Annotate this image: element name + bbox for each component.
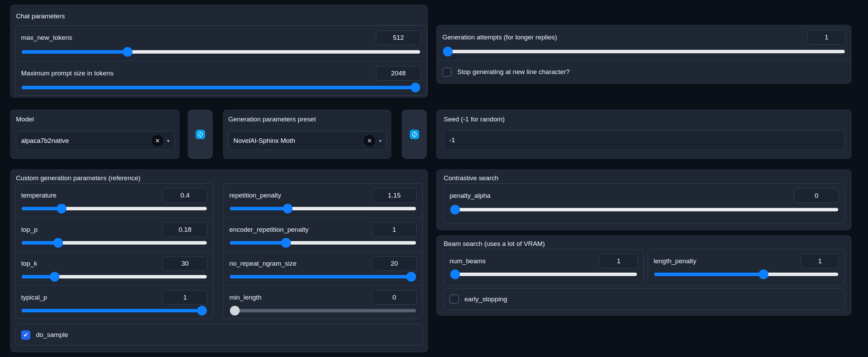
length-penalty-row: length_penalty 1	[648, 249, 844, 285]
model-title: Model	[16, 116, 34, 123]
close-icon: ×	[367, 137, 372, 145]
preset-title: Generation parameters preset	[228, 116, 316, 123]
model-refresh-button[interactable]	[188, 110, 213, 159]
beam-search-title: Beam search (uses a lot of VRAM)	[444, 240, 545, 248]
min-length-label: min_length	[229, 294, 261, 301]
top-p-value-input[interactable]: 0.18	[163, 222, 207, 237]
early-stopping-checkbox[interactable]: ✔	[450, 294, 459, 304]
custom-params-title: Custom generation parameters (reference)	[16, 174, 140, 182]
custom-params-panel: Custom generation parameters (reference)…	[10, 170, 428, 352]
max-prompt-size-slider[interactable]	[22, 86, 420, 89]
num-beams-row: num_beams 1	[444, 249, 643, 285]
early-stopping-group: ✔ early_stopping	[444, 288, 845, 310]
chat-parameters-group: max_new_tokens 512 Maximum prompt size i…	[15, 25, 427, 96]
num-beams-slider[interactable]	[450, 273, 637, 276]
slider-handle[interactable]	[410, 83, 420, 92]
model-clear-button[interactable]: ×	[152, 135, 163, 146]
max-new-tokens-slider[interactable]	[22, 50, 420, 54]
repetition-penalty-label: repetition_penalty	[229, 192, 281, 199]
do-sample-label: do_sample	[36, 331, 68, 339]
beam-search-panel: Beam search (uses a lot of VRAM) num_bea…	[436, 236, 851, 315]
custom-params-right-group: repetition_penalty 1.15 encoder_repetiti…	[223, 183, 423, 319]
repetition-penalty-value-input[interactable]: 1.15	[372, 188, 417, 203]
slider-handle[interactable]	[57, 204, 66, 213]
chat-parameters-panel: Chat parameters max_new_tokens 512 Maxim…	[10, 5, 428, 98]
min-length-value-input[interactable]: 0	[372, 290, 417, 305]
top-k-value-input[interactable]: 30	[163, 256, 207, 271]
slider-handle[interactable]	[53, 238, 63, 248]
preset-panel: Generation parameters preset NovelAI-Sph…	[223, 110, 391, 159]
preset-dropdown[interactable]: NovelAI-Sphinx Moth × ▾	[228, 131, 387, 150]
slider-handle[interactable]	[230, 306, 240, 315]
top-k-row: top_k 30	[16, 251, 213, 285]
penalty-alpha-value-input[interactable]: 0	[794, 189, 839, 203]
num-beams-group: num_beams 1	[444, 249, 644, 285]
chevron-down-icon: ▾	[379, 138, 381, 144]
encoder-repetition-penalty-row: encoder_repetition_penalty 1	[224, 218, 422, 251]
refresh-icon	[196, 130, 205, 139]
stop-new-line-label: Stop generating at new line character?	[457, 68, 570, 76]
length-penalty-value-input[interactable]: 1	[801, 254, 839, 268]
penalty-alpha-row: penalty_alpha 0	[444, 184, 844, 223]
max-new-tokens-row: max_new_tokens 512	[16, 26, 426, 61]
model-dropdown[interactable]: alpaca7b2native × ▾	[16, 131, 175, 150]
seed-input[interactable]: -1	[444, 130, 845, 150]
slider-handle[interactable]	[450, 269, 460, 279]
slider-handle[interactable]	[759, 269, 768, 279]
slider-handle[interactable]	[123, 47, 132, 57]
max-prompt-size-row: Maximum prompt size in tokens 2048	[16, 61, 426, 95]
top-k-label: top_k	[21, 260, 37, 267]
generation-attempts-row: Generation attempts (for longer replies)…	[437, 25, 851, 60]
seed-title: Seed (-1 for random)	[444, 116, 505, 123]
temperature-label: temperature	[21, 192, 56, 199]
do-sample-checkbox[interactable]: ✔	[21, 330, 30, 340]
slider-handle[interactable]	[281, 238, 291, 248]
penalty-alpha-slider[interactable]	[450, 208, 838, 211]
stop-new-line-checkbox[interactable]: ✔	[442, 67, 452, 77]
encoder-repetition-penalty-value-input[interactable]: 1	[372, 222, 417, 237]
slider-handle[interactable]	[197, 306, 207, 315]
max-prompt-size-value-input[interactable]: 2048	[376, 66, 421, 81]
penalty-alpha-label: penalty_alpha	[450, 192, 490, 200]
early-stopping-label: early_stopping	[464, 295, 507, 303]
slider-fill	[22, 50, 128, 54]
top-p-slider[interactable]	[22, 241, 207, 245]
max-prompt-size-label: Maximum prompt size in tokens	[21, 70, 113, 77]
chat-parameters-title: Chat parameters	[16, 12, 65, 20]
stop-new-line-row: ✔ Stop generating at new line character?	[437, 60, 851, 83]
generation-attempts-panel: Generation attempts (for longer replies)…	[436, 25, 851, 84]
slider-handle[interactable]	[283, 204, 293, 213]
slider-handle[interactable]	[50, 272, 59, 282]
preset-refresh-button[interactable]	[402, 110, 427, 159]
temperature-value-input[interactable]: 0.4	[163, 188, 207, 203]
min-length-slider[interactable]	[230, 309, 416, 312]
checkmark-icon: ✔	[23, 332, 28, 338]
temperature-slider[interactable]	[22, 207, 207, 210]
repetition-penalty-slider[interactable]	[230, 207, 416, 210]
generation-attempts-slider[interactable]	[443, 50, 845, 53]
slider-fill	[230, 275, 411, 278]
generation-attempts-value-input[interactable]: 1	[807, 30, 846, 45]
slider-handle[interactable]	[443, 47, 453, 56]
slider-handle[interactable]	[450, 205, 460, 214]
no-repeat-ngram-slider[interactable]	[230, 275, 416, 278]
contrastive-search-title: Contrastive search	[444, 174, 498, 182]
app-root: Chat parameters max_new_tokens 512 Maxim…	[0, 0, 868, 357]
max-new-tokens-value-input[interactable]: 512	[376, 30, 421, 45]
top-k-slider[interactable]	[22, 275, 207, 278]
preset-clear-button[interactable]: ×	[364, 135, 375, 146]
no-repeat-ngram-value-input[interactable]: 20	[372, 256, 417, 271]
do-sample-group: ✔ do_sample	[15, 324, 423, 346]
typical-p-value-input[interactable]: 1	[163, 290, 207, 305]
slider-handle[interactable]	[406, 272, 416, 282]
length-penalty-slider[interactable]	[654, 273, 838, 276]
num-beams-value-input[interactable]: 1	[600, 254, 638, 268]
typical-p-slider[interactable]	[22, 309, 207, 312]
typical-p-row: typical_p 1	[16, 285, 213, 319]
temperature-row: temperature 0.4	[16, 184, 213, 218]
encoder-repetition-penalty-slider[interactable]	[230, 241, 416, 245]
length-penalty-group: length_penalty 1	[648, 249, 845, 285]
no-repeat-ngram-label: no_repeat_ngram_size	[229, 260, 296, 267]
length-penalty-label: length_penalty	[654, 257, 696, 265]
encoder-repetition-penalty-label: encoder_repetition_penalty	[229, 226, 308, 234]
